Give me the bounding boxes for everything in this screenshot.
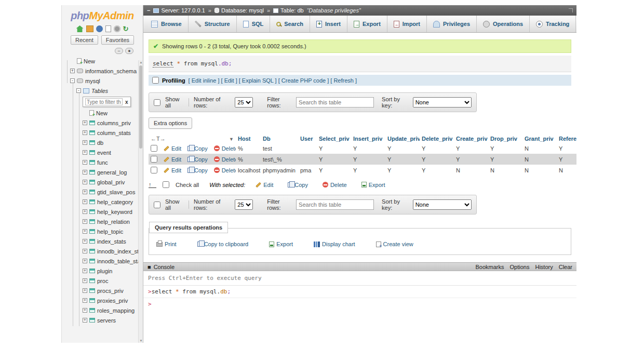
console-link-clear[interactable]: Clear xyxy=(559,264,572,270)
column-header-delete_priv[interactable]: Delete_priv xyxy=(420,135,454,143)
tree-expander-icon[interactable]: + xyxy=(83,269,87,273)
extra-options-button[interactable]: Extra options xyxy=(149,117,192,129)
expand-all-icon[interactable]: ● xyxy=(125,48,133,54)
tree-expander-icon[interactable]: + xyxy=(83,180,87,184)
tree-expander-icon[interactable]: + xyxy=(83,229,87,234)
scroll-down-icon[interactable]: ▼ xyxy=(139,339,143,342)
sort-desc-icon[interactable]: ▼ xyxy=(229,137,234,142)
tree-expander-icon[interactable]: + xyxy=(83,140,87,145)
column-header-select_priv[interactable]: Select_priv xyxy=(317,135,351,143)
scroll-up-icon[interactable]: ▲ xyxy=(139,61,143,64)
tab-sql[interactable]: SQL xyxy=(237,16,271,32)
tree-item-label[interactable]: event xyxy=(97,150,111,156)
tab-import[interactable]: Import xyxy=(387,16,427,32)
sql-keyword[interactable]: select xyxy=(153,60,173,68)
tree-item-label[interactable]: help_relation xyxy=(97,219,130,225)
tree-item-label[interactable]: New xyxy=(96,110,108,116)
tree-filter-clear-icon[interactable]: x xyxy=(125,99,128,105)
tree-expander-icon[interactable]: + xyxy=(83,318,87,323)
tree-expander-icon[interactable]: + xyxy=(83,160,87,165)
action-delete[interactable]: Delete xyxy=(214,167,236,173)
filter-rows-input[interactable] xyxy=(296,97,374,108)
profiling-link-explain-sql[interactable]: [ Explain SQL ] xyxy=(239,77,277,84)
logout-icon[interactable] xyxy=(86,25,93,32)
action-copy[interactable]: Copy xyxy=(187,156,208,163)
column-header-grant_priv[interactable]: Grant_priv xyxy=(522,135,557,143)
number-of-rows-select[interactable]: 25 xyxy=(235,199,253,210)
console-input-prompt[interactable]: > xyxy=(143,298,576,310)
profiling-link-refresh[interactable]: [ Refresh ] xyxy=(330,77,357,84)
tree-expander-icon[interactable]: + xyxy=(83,150,87,155)
tree-expander-icon[interactable]: + xyxy=(83,298,87,303)
action-edit[interactable]: Edit xyxy=(256,182,273,188)
tree-item-label[interactable]: proc xyxy=(97,278,108,284)
action-copy-to-clipboard-button[interactable]: Copy to clipboard xyxy=(197,241,249,247)
breadcrumb-database[interactable]: Database: mysql xyxy=(214,7,264,14)
row-checkbox[interactable] xyxy=(151,145,157,152)
tree-item-label[interactable]: general_log xyxy=(97,169,127,176)
action-copy[interactable]: Copy xyxy=(187,167,208,173)
tree-item-label[interactable]: func xyxy=(97,159,108,166)
tree-item-label[interactable]: column_stats xyxy=(97,130,131,136)
row-checkbox[interactable] xyxy=(151,167,157,173)
check-all-label[interactable]: Check all xyxy=(176,182,199,188)
tab-privileges[interactable]: Privileges xyxy=(427,16,477,32)
tab-export[interactable]: Export xyxy=(347,16,387,32)
tree-item-label[interactable]: index_stats xyxy=(97,238,126,245)
minimize-icon[interactable]: − xyxy=(147,7,150,14)
settings-icon[interactable] xyxy=(114,25,120,32)
action-print-button[interactable]: Print xyxy=(156,241,177,247)
sidebar-scrollbar[interactable]: ▲ ▼ xyxy=(138,60,143,343)
tree-expander-icon[interactable]: + xyxy=(83,288,87,293)
profiling-checkbox[interactable] xyxy=(152,77,159,84)
profiling-link-edit[interactable]: [ Edit ] xyxy=(221,77,237,84)
column-header-drop_priv[interactable]: Drop_priv xyxy=(488,135,522,143)
tree-expander-icon[interactable]: + xyxy=(83,190,87,194)
tab-structure[interactable]: Structure xyxy=(189,16,237,32)
action-display-chart-button[interactable]: Display chart xyxy=(314,241,355,247)
home-icon[interactable] xyxy=(76,25,84,32)
tree-item-label[interactable]: roles_mapping xyxy=(97,307,135,314)
action-export[interactable]: Export xyxy=(361,182,385,188)
column-header-db[interactable]: Db xyxy=(261,135,298,143)
profiling-link-edit-inline[interactable]: [ Edit inline ] xyxy=(189,77,220,84)
column-header-insert_priv[interactable]: Insert_priv xyxy=(351,135,385,143)
column-header-user[interactable]: User xyxy=(298,135,317,143)
column-header-create_priv[interactable]: Create_priv xyxy=(454,135,488,143)
tab-triggers[interactable]: Triggers xyxy=(576,16,576,32)
action-delete[interactable]: Delete xyxy=(323,182,347,188)
tree-filter-input[interactable] xyxy=(85,98,123,105)
action-delete[interactable]: Delete xyxy=(214,145,236,152)
action-edit[interactable]: Edit xyxy=(164,167,181,173)
action-copy[interactable]: Copy xyxy=(288,182,308,188)
tree-item-label[interactable]: db xyxy=(97,140,103,146)
tree-item-label[interactable]: global_priv xyxy=(97,179,125,185)
tree-item-label[interactable]: New xyxy=(84,58,95,64)
tree-expander-icon[interactable]: + xyxy=(83,308,87,313)
docs-icon[interactable] xyxy=(105,25,111,32)
tree-expander-icon[interactable]: + xyxy=(83,170,87,175)
tree-item-label[interactable]: proxies_priv xyxy=(97,298,128,304)
tab-favorites[interactable]: Favorites xyxy=(101,35,134,45)
tree-item-label[interactable]: columns_priv xyxy=(97,120,131,126)
phpmyadmin-logo[interactable]: phpMyAdmin xyxy=(62,5,143,24)
console-bar[interactable]: ■ Console BookmarksOptionsHistoryClear xyxy=(143,262,576,271)
tree-item-label[interactable]: help_topic xyxy=(97,229,123,235)
tree-expander-icon[interactable]: + xyxy=(83,249,87,253)
action-delete[interactable]: Delete xyxy=(214,156,236,163)
tab-browse[interactable]: Browse xyxy=(145,16,189,32)
tab-operations[interactable]: Operations xyxy=(477,16,530,32)
tree-item-label[interactable]: help_keyword xyxy=(97,209,132,215)
number-of-rows-select[interactable]: 25 xyxy=(235,97,253,108)
tree-item-label[interactable]: servers xyxy=(97,317,116,324)
reload-icon[interactable]: ↻ xyxy=(123,25,129,32)
column-header-update_priv[interactable]: Update_priv xyxy=(385,135,420,143)
tree-item-label[interactable]: procs_priv xyxy=(97,288,124,294)
column-header-host[interactable]: Host xyxy=(236,135,261,143)
tree-expander-icon[interactable]: + xyxy=(83,219,87,224)
tree-item-label[interactable]: Tables xyxy=(91,88,108,94)
row-checkbox[interactable] xyxy=(151,156,157,163)
tree-expander-icon[interactable]: - xyxy=(70,78,75,83)
filter-rows-input[interactable] xyxy=(296,199,374,210)
action-export-button[interactable]: Export xyxy=(269,241,293,247)
